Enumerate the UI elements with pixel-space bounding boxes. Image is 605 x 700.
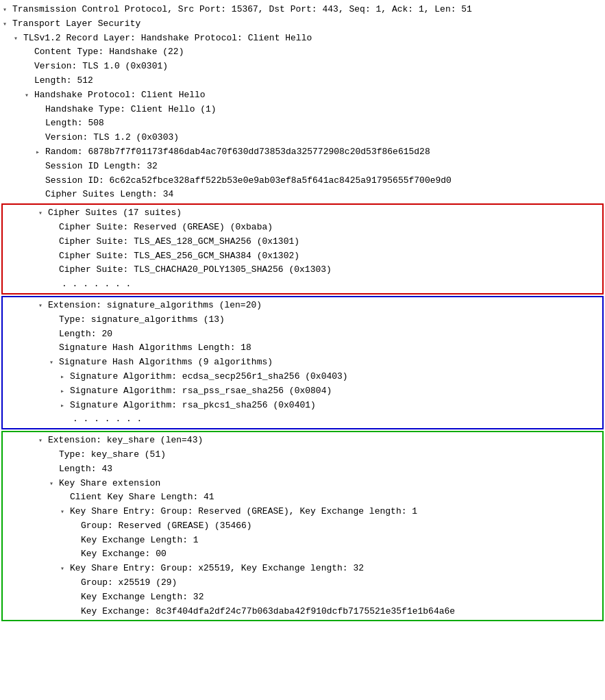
line-text: . . . . . . . bbox=[59, 277, 131, 292]
expand-icon[interactable] bbox=[60, 507, 70, 518]
table-row[interactable]: Key Exchange: 00 bbox=[3, 547, 602, 562]
table-row[interactable]: Signature Hash Algorithms Length: 18 bbox=[3, 341, 602, 355]
line-text: Group: x25519 (29) bbox=[81, 576, 177, 590]
line-text: Length: 43 bbox=[59, 462, 112, 477]
table-row[interactable]: Key Exchange: 8c3f404dfa2df24c77b063daba… bbox=[3, 605, 602, 619]
line-text: Transmission Control Protocol, Src Port:… bbox=[12, 3, 472, 17]
line-text: Signature Algorithm: rsa_pkcs1_sha256 (0… bbox=[70, 399, 316, 413]
table-row[interactable]: . . . . . . . bbox=[3, 412, 602, 427]
line-text: Extension: signature_algorithms (len=20) bbox=[48, 299, 262, 313]
table-row[interactable]: TLSv1.2 Record Layer: Handshake Protocol… bbox=[0, 32, 605, 46]
line-text: Signature Algorithm: rsa_pss_rsae_sha256… bbox=[70, 384, 332, 399]
line-text: Key Share Entry: Group: Reserved (GREASE… bbox=[70, 505, 417, 519]
line-text: Handshake Type: Client Hello (1) bbox=[45, 103, 217, 117]
line-text: Cipher Suite: TLS_AES_256_GCM_SHA384 (0x… bbox=[59, 249, 299, 264]
table-row[interactable]: Cipher Suites Length: 34 bbox=[0, 188, 605, 202]
table-row[interactable]: Cipher Suite: TLS_AES_256_GCM_SHA384 (0x… bbox=[3, 249, 602, 264]
table-row[interactable]: Signature Algorithm: ecdsa_secp256r1_sha… bbox=[3, 370, 602, 384]
table-row[interactable]: . . . . . . . bbox=[3, 277, 602, 292]
line-text: Random: 6878b7f7f01173f486dab4ac70f630dd… bbox=[45, 145, 430, 160]
expand-icon[interactable] bbox=[38, 301, 48, 312]
table-row[interactable]: Type: key_share (51) bbox=[3, 448, 602, 462]
line-text: TLSv1.2 Record Layer: Handshake Protocol… bbox=[23, 32, 312, 46]
line-text: Cipher Suite: TLS_CHACHA20_POLY1305_SHA2… bbox=[59, 263, 332, 277]
table-row[interactable]: Cipher Suite: TLS_AES_128_GCM_SHA256 (0x… bbox=[3, 235, 602, 249]
line-text: Key Exchange: 8c3f404dfa2df24c77b063daba… bbox=[81, 605, 455, 619]
table-row[interactable]: Signature Algorithm: rsa_pss_rsae_sha256… bbox=[3, 384, 602, 399]
table-row[interactable]: Key Share Entry: Group: x25519, Key Exch… bbox=[3, 562, 602, 576]
expand-icon[interactable] bbox=[25, 90, 34, 101]
table-row[interactable]: Key Exchange Length: 1 bbox=[3, 534, 602, 548]
table-row[interactable]: Extension: signature_algorithms (len=20) bbox=[3, 299, 602, 313]
expand-icon[interactable] bbox=[14, 34, 23, 45]
table-row[interactable]: Transmission Control Protocol, Src Port:… bbox=[0, 3, 605, 17]
line-text: Length: 512 bbox=[34, 74, 93, 88]
table-row[interactable]: Length: 508 bbox=[0, 116, 605, 131]
line-text: Signature Hash Algorithms Length: 18 bbox=[59, 341, 251, 355]
line-text: Handshake Protocol: Client Hello bbox=[34, 88, 206, 103]
expand-icon[interactable] bbox=[49, 479, 59, 490]
expand-icon[interactable] bbox=[36, 147, 45, 158]
table-row[interactable]: Handshake Type: Client Hello (1) bbox=[0, 103, 605, 117]
table-row[interactable]: Length: 20 bbox=[3, 327, 602, 342]
line-text: Version: TLS 1.2 (0x0303) bbox=[45, 131, 179, 145]
table-row[interactable]: Version: TLS 1.2 (0x0303) bbox=[0, 131, 605, 145]
line-text: . . . . . . . bbox=[70, 412, 142, 427]
signature-algorithms-section: Extension: signature_algorithms (len=20)… bbox=[1, 296, 604, 429]
line-text: Content Type: Handshake (22) bbox=[34, 45, 184, 60]
line-text: Transport Layer Security bbox=[12, 17, 140, 32]
expand-icon[interactable] bbox=[3, 19, 12, 30]
table-row[interactable]: Key Share Entry: Group: Reserved (GREASE… bbox=[3, 505, 602, 519]
expand-icon[interactable] bbox=[60, 372, 70, 383]
expand-icon[interactable] bbox=[38, 436, 48, 447]
expand-icon[interactable] bbox=[60, 386, 70, 397]
table-row[interactable]: Version: TLS 1.0 (0x0301) bbox=[0, 60, 605, 74]
table-row[interactable]: Client Key Share Length: 41 bbox=[3, 490, 602, 505]
table-row[interactable]: Random: 6878b7f7f01173f486dab4ac70f630dd… bbox=[0, 145, 605, 160]
table-row[interactable]: Group: Reserved (GREASE) (35466) bbox=[3, 519, 602, 534]
line-text: Key Share Entry: Group: x25519, Key Exch… bbox=[70, 562, 364, 576]
table-row[interactable]: Signature Hash Algorithms (9 algorithms) bbox=[3, 355, 602, 370]
line-text: Group: Reserved (GREASE) (35466) bbox=[81, 519, 252, 534]
line-text: Session ID: 6c62ca52fbce328aff522b53e0e9… bbox=[45, 174, 452, 188]
line-text: Signature Algorithm: ecdsa_secp256r1_sha… bbox=[70, 370, 348, 384]
line-text: Type: key_share (51) bbox=[59, 448, 166, 462]
line-text: Length: 508 bbox=[45, 116, 104, 131]
line-text: Version: TLS 1.0 (0x0301) bbox=[34, 60, 168, 74]
line-text: Extension: key_share (len=43) bbox=[48, 434, 203, 448]
table-row[interactable]: Group: x25519 (29) bbox=[3, 576, 602, 590]
table-row[interactable]: Content Type: Handshake (22) bbox=[0, 45, 605, 60]
expand-icon[interactable] bbox=[60, 401, 70, 412]
expand-icon[interactable] bbox=[3, 5, 12, 16]
table-row[interactable]: Handshake Protocol: Client Hello bbox=[0, 88, 605, 103]
table-row[interactable]: Type: signature_algorithms (13) bbox=[3, 313, 602, 327]
expand-icon[interactable] bbox=[60, 564, 70, 575]
table-row[interactable]: Cipher Suite: TLS_CHACHA20_POLY1305_SHA2… bbox=[3, 263, 602, 277]
line-text: Cipher Suites (17 suites) bbox=[48, 206, 182, 221]
line-text: Signature Hash Algorithms (9 algorithms) bbox=[59, 355, 273, 370]
table-row[interactable]: Cipher Suite: Reserved (GREASE) (0xbaba) bbox=[3, 221, 602, 235]
line-text: Key Exchange Length: 32 bbox=[81, 590, 203, 605]
packet-detail-tree: Transmission Control Protocol, Src Port:… bbox=[0, 0, 605, 625]
table-row[interactable]: Cipher Suites (17 suites) bbox=[3, 206, 602, 221]
table-row[interactable]: Key Exchange Length: 32 bbox=[3, 590, 602, 605]
line-text: Type: signature_algorithms (13) bbox=[59, 313, 225, 327]
table-row[interactable]: Key Share extension bbox=[3, 477, 602, 491]
table-row[interactable]: Length: 43 bbox=[3, 462, 602, 477]
table-row[interactable]: Extension: key_share (len=43) bbox=[3, 434, 602, 448]
table-row[interactable]: Length: 512 bbox=[0, 74, 605, 88]
line-text: Key Share extension bbox=[59, 477, 160, 491]
expand-icon[interactable] bbox=[49, 358, 59, 368]
cipher-suites-section: Cipher Suites (17 suites) Cipher Suite: … bbox=[1, 203, 604, 295]
line-text: Client Key Share Length: 41 bbox=[70, 490, 214, 505]
key-share-section: Extension: key_share (len=43) Type: key_… bbox=[1, 431, 604, 621]
table-row[interactable]: Session ID Length: 32 bbox=[0, 160, 605, 174]
line-text: Key Exchange Length: 1 bbox=[81, 534, 199, 548]
line-text: Length: 20 bbox=[59, 327, 112, 342]
table-row[interactable]: Signature Algorithm: rsa_pkcs1_sha256 (0… bbox=[3, 399, 602, 413]
line-text: Session ID Length: 32 bbox=[45, 160, 158, 174]
table-row[interactable]: Transport Layer Security bbox=[0, 17, 605, 32]
table-row[interactable]: Session ID: 6c62ca52fbce328aff522b53e0e9… bbox=[0, 174, 605, 188]
expand-icon[interactable] bbox=[38, 208, 48, 219]
line-text: Key Exchange: 00 bbox=[81, 547, 166, 562]
